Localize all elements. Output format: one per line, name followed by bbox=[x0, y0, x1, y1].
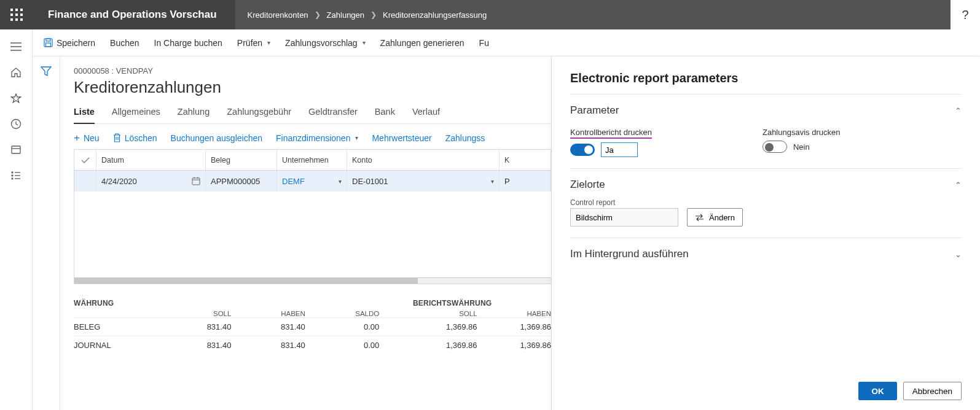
plus-icon: + bbox=[74, 133, 80, 143]
label-control-report: Control report bbox=[570, 198, 678, 207]
totals-group-berichtswaehrung: BERICHTSWÄHRUNG bbox=[413, 299, 492, 308]
post-batch-button[interactable]: In Charge buchen bbox=[154, 38, 222, 48]
label-zahlungsavis-drucken: Zahlungsavis drucken bbox=[762, 128, 840, 137]
nav-workspaces[interactable] bbox=[9, 142, 23, 157]
financial-dimensions-dropdown[interactable]: Finanzdimensionen▾ bbox=[276, 133, 358, 143]
validate-dropdown[interactable]: Prüfen▾ bbox=[237, 38, 270, 48]
tab-verlauf[interactable]: Verlauf bbox=[412, 104, 440, 123]
breadcrumb-kreditorenkonten[interactable]: Kreditorenkonten bbox=[248, 10, 308, 20]
ok-button[interactable]: OK bbox=[858, 382, 896, 400]
column-header-extra[interactable]: K bbox=[500, 150, 551, 170]
post-button[interactable]: Buchen bbox=[110, 38, 139, 48]
breadcrumb: Kreditorenkonten ❯ Zahlungen ❯ Kreditore… bbox=[235, 0, 980, 29]
help-button[interactable]: ? bbox=[951, 0, 980, 29]
select-all-checkbox[interactable] bbox=[74, 150, 96, 170]
electronic-report-pane: Electronic report parameters Parameter ⌃… bbox=[551, 56, 980, 410]
chevron-down-icon: ▾ bbox=[339, 178, 342, 185]
nav-menu-button[interactable] bbox=[9, 39, 23, 54]
totals-col-haben: HABEN bbox=[231, 310, 305, 317]
action-bar: Speichern Buchen In Charge buchen Prüfen… bbox=[33, 29, 980, 56]
label-kontrollbericht-drucken: Kontrollbericht drucken bbox=[570, 128, 652, 139]
svg-rect-15 bbox=[192, 178, 200, 185]
column-header-konto[interactable]: Konto bbox=[347, 150, 500, 170]
cell-unternehmen[interactable]: DEMF▾ bbox=[277, 171, 347, 191]
row-select[interactable] bbox=[74, 171, 96, 191]
save-icon bbox=[44, 38, 53, 47]
page-subtitle: 00000058 : VENDPAY bbox=[74, 66, 551, 75]
tab-zahlungsgebuehr[interactable]: Zahlungsgebühr bbox=[227, 104, 291, 123]
chevron-down-icon: ▾ bbox=[267, 39, 270, 46]
delete-button[interactable]: Löschen bbox=[113, 133, 157, 143]
app-bar: Finance and Operations Vorschau Kreditor… bbox=[0, 0, 980, 29]
functions-dropdown[interactable]: Fu bbox=[479, 38, 489, 48]
payments-grid: Datum Beleg Unternehmen Konto K 4/24/202… bbox=[74, 149, 551, 284]
section-header-parameter[interactable]: Parameter ⌃ bbox=[570, 104, 962, 117]
toggle-kontrollbericht-value[interactable] bbox=[601, 142, 638, 157]
totals-row-journal: JOURNAL 831.40 831.40 0.00 1,369.86 1,36… bbox=[74, 336, 551, 354]
cell-datum[interactable]: 4/24/2020 bbox=[96, 171, 206, 191]
section-header-zielorte[interactable]: Zielorte ⌃ bbox=[570, 179, 962, 191]
chevron-right-icon: ❯ bbox=[370, 10, 377, 19]
toggle-zahlungsavis-value: Nein bbox=[793, 142, 810, 152]
toggle-kontrollbericht[interactable] bbox=[570, 144, 595, 156]
chevron-down-icon: ⌄ bbox=[955, 250, 962, 259]
payment-proposal-dropdown[interactable]: Zahlungsvorschlag▾ bbox=[285, 38, 366, 48]
breadcrumb-kreditorenzahlungserfassung[interactable]: Kreditorenzahlungserfassung bbox=[383, 10, 487, 20]
app-title: Finance and Operations Vorschau bbox=[33, 0, 235, 29]
totals-row-beleg: BELEG 831.40 831.40 0.00 1,369.86 1,369.… bbox=[74, 317, 551, 336]
filter-button[interactable] bbox=[41, 66, 52, 410]
column-header-datum[interactable]: Datum bbox=[96, 150, 206, 170]
breadcrumb-zahlungen[interactable]: Zahlungen bbox=[327, 10, 364, 20]
totals-col-soll: SOLL bbox=[157, 310, 231, 317]
nav-recent[interactable] bbox=[9, 117, 23, 131]
section-zielorte: Zielorte ⌃ Control report Ändern bbox=[570, 168, 962, 238]
svg-point-6 bbox=[12, 172, 13, 173]
svg-point-10 bbox=[12, 178, 13, 179]
cell-konto[interactable]: DE-01001▾ bbox=[347, 171, 500, 191]
section-header-hintergrund[interactable]: Im Hintergrund ausführen ⌄ bbox=[570, 248, 962, 260]
tab-liste[interactable]: Liste bbox=[74, 104, 95, 124]
cell-extra[interactable]: P bbox=[500, 171, 551, 191]
nav-rail bbox=[0, 29, 33, 410]
settle-transactions-button[interactable]: Buchungen ausgleichen bbox=[171, 133, 262, 143]
control-report-dest-input[interactable] bbox=[570, 208, 678, 226]
chevron-down-icon: ▾ bbox=[491, 178, 494, 185]
change-destination-button[interactable]: Ändern bbox=[687, 208, 743, 226]
toggle-zahlungsavis[interactable] bbox=[762, 141, 787, 153]
tab-zahlung[interactable]: Zahlung bbox=[178, 104, 210, 123]
list-toolbar: +Neu Löschen Buchungen ausgleichen Finan… bbox=[74, 133, 551, 143]
app-launcher[interactable] bbox=[0, 0, 33, 29]
svg-rect-14 bbox=[46, 43, 51, 47]
nav-modules[interactable] bbox=[9, 168, 23, 183]
grid-scrollbar[interactable] bbox=[74, 277, 551, 284]
tabs: Liste Allgemeines Zahlung Zahlungsgebühr… bbox=[74, 104, 551, 124]
svg-point-8 bbox=[12, 175, 13, 176]
tab-allgemeines[interactable]: Allgemeines bbox=[112, 104, 160, 123]
totals-table: WÄHRUNG BERICHTSWÄHRUNG SOLL HABEN SALDO… bbox=[74, 299, 551, 354]
trash-icon bbox=[113, 133, 121, 142]
column-header-beleg[interactable]: Beleg bbox=[206, 150, 277, 170]
table-row[interactable]: 4/24/2020 APPM000005 DEMF▾ DE-01001▾ P bbox=[74, 171, 551, 191]
vat-button[interactable]: Mehrwertsteuer bbox=[372, 133, 431, 143]
chevron-right-icon: ❯ bbox=[315, 10, 321, 19]
tab-geldtransfer[interactable]: Geldtransfer bbox=[308, 104, 358, 123]
calendar-icon[interactable] bbox=[192, 177, 200, 185]
pane-title: Electronic report parameters bbox=[570, 71, 962, 85]
payment-status-button[interactable]: Zahlungss bbox=[445, 133, 485, 143]
chevron-up-icon: ⌃ bbox=[955, 180, 962, 190]
save-button[interactable]: Speichern bbox=[44, 38, 95, 48]
totals-col-saldo: SALDO bbox=[305, 310, 379, 317]
cell-beleg[interactable]: APPM000005 bbox=[206, 171, 277, 191]
generate-payments-button[interactable]: Zahlungen generieren bbox=[380, 38, 465, 48]
chevron-down-icon: ▾ bbox=[355, 134, 358, 141]
totals-group-waehrung: WÄHRUNG bbox=[74, 299, 160, 308]
new-button[interactable]: +Neu bbox=[74, 133, 100, 143]
nav-favorites[interactable] bbox=[9, 91, 23, 106]
nav-home[interactable] bbox=[9, 65, 23, 80]
cancel-button[interactable]: Abbrechen bbox=[903, 382, 962, 400]
totals-col-rsoll: SOLL bbox=[403, 310, 477, 317]
tab-bank[interactable]: Bank bbox=[375, 104, 395, 123]
svg-rect-13 bbox=[46, 39, 50, 41]
svg-rect-4 bbox=[12, 146, 20, 153]
column-header-unternehmen[interactable]: Unternehmen bbox=[277, 150, 347, 170]
